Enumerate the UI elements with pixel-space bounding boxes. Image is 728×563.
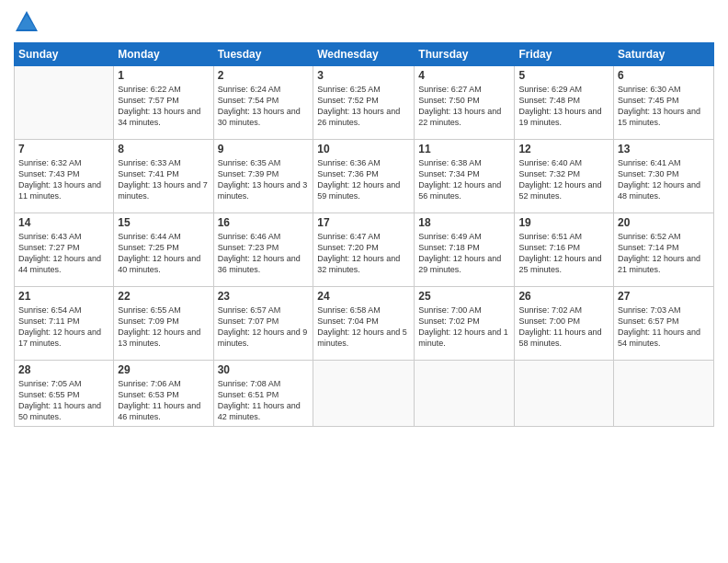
day-info: Sunrise: 7:08 AMSunset: 6:51 PMDaylight:… — [218, 378, 310, 423]
weekday-header: Monday — [114, 43, 213, 66]
calendar-week-row: 7Sunrise: 6:32 AMSunset: 7:43 PMDaylight… — [15, 140, 714, 213]
calendar-cell: 1Sunrise: 6:22 AMSunset: 7:57 PMDaylight… — [114, 66, 213, 140]
calendar-week-row: 1Sunrise: 6:22 AMSunset: 7:57 PMDaylight… — [15, 66, 714, 140]
day-number: 19 — [518, 216, 609, 229]
calendar-cell: 9Sunrise: 6:35 AMSunset: 7:39 PMDaylight… — [213, 140, 313, 213]
day-info: Sunrise: 6:33 AMSunset: 7:41 PMDaylight:… — [118, 157, 209, 202]
calendar-cell: 4Sunrise: 6:27 AMSunset: 7:50 PMDaylight… — [415, 66, 515, 140]
calendar-cell: 23Sunrise: 6:57 AMSunset: 7:07 PMDayligh… — [213, 287, 313, 361]
day-number: 16 — [218, 216, 310, 229]
calendar-cell: 14Sunrise: 6:43 AMSunset: 7:27 PMDayligh… — [15, 213, 114, 287]
weekday-header: Thursday — [415, 43, 515, 66]
day-number: 12 — [518, 143, 609, 155]
day-number: 23 — [218, 290, 310, 303]
day-info: Sunrise: 7:05 AMSunset: 6:55 PMDaylight:… — [18, 378, 109, 423]
calendar-cell: 20Sunrise: 6:52 AMSunset: 7:14 PMDayligh… — [614, 213, 714, 287]
day-number: 14 — [18, 216, 109, 229]
day-number: 4 — [418, 69, 510, 82]
day-number: 13 — [618, 143, 710, 155]
day-number: 9 — [218, 143, 310, 155]
day-number: 25 — [418, 290, 510, 303]
day-number: 8 — [118, 143, 209, 155]
weekday-header: Friday — [515, 43, 614, 66]
calendar-cell: 25Sunrise: 7:00 AMSunset: 7:02 PMDayligh… — [415, 287, 515, 361]
day-number: 20 — [618, 216, 710, 229]
calendar-week-row: 21Sunrise: 6:54 AMSunset: 7:11 PMDayligh… — [15, 287, 714, 361]
day-number: 6 — [618, 69, 710, 82]
calendar-cell — [15, 66, 114, 140]
calendar-cell: 17Sunrise: 6:47 AMSunset: 7:20 PMDayligh… — [313, 213, 415, 287]
calendar-cell: 27Sunrise: 7:03 AMSunset: 6:57 PMDayligh… — [614, 287, 714, 361]
calendar-cell: 19Sunrise: 6:51 AMSunset: 7:16 PMDayligh… — [515, 213, 614, 287]
calendar-cell: 10Sunrise: 6:36 AMSunset: 7:36 PMDayligh… — [313, 140, 415, 213]
day-info: Sunrise: 6:43 AMSunset: 7:27 PMDaylight:… — [18, 231, 109, 276]
weekday-header: Saturday — [614, 43, 714, 66]
calendar-cell: 24Sunrise: 6:58 AMSunset: 7:04 PMDayligh… — [313, 287, 415, 361]
day-info: Sunrise: 6:46 AMSunset: 7:23 PMDaylight:… — [218, 231, 310, 276]
day-info: Sunrise: 6:41 AMSunset: 7:30 PMDaylight:… — [618, 157, 710, 202]
calendar-cell: 8Sunrise: 6:33 AMSunset: 7:41 PMDaylight… — [114, 140, 213, 213]
calendar-cell: 28Sunrise: 7:05 AMSunset: 6:55 PMDayligh… — [15, 361, 114, 427]
calendar-cell: 30Sunrise: 7:08 AMSunset: 6:51 PMDayligh… — [213, 361, 313, 427]
day-info: Sunrise: 6:22 AMSunset: 7:57 PMDaylight:… — [118, 84, 209, 129]
day-info: Sunrise: 6:36 AMSunset: 7:36 PMDaylight:… — [317, 157, 410, 202]
calendar-cell: 22Sunrise: 6:55 AMSunset: 7:09 PMDayligh… — [114, 287, 213, 361]
day-info: Sunrise: 6:29 AMSunset: 7:48 PMDaylight:… — [518, 84, 609, 129]
day-info: Sunrise: 6:30 AMSunset: 7:45 PMDaylight:… — [618, 84, 710, 129]
calendar-cell: 18Sunrise: 6:49 AMSunset: 7:18 PMDayligh… — [415, 213, 515, 287]
day-number: 10 — [317, 143, 410, 155]
day-info: Sunrise: 6:40 AMSunset: 7:32 PMDaylight:… — [518, 157, 609, 202]
day-number: 7 — [18, 143, 109, 155]
calendar-cell — [313, 361, 415, 427]
calendar-cell: 21Sunrise: 6:54 AMSunset: 7:11 PMDayligh… — [15, 287, 114, 361]
day-number: 18 — [418, 216, 510, 229]
calendar-cell: 12Sunrise: 6:40 AMSunset: 7:32 PMDayligh… — [515, 140, 614, 213]
day-number: 21 — [18, 290, 109, 303]
day-number: 11 — [418, 143, 510, 155]
calendar-cell — [515, 361, 614, 427]
calendar-cell: 15Sunrise: 6:44 AMSunset: 7:25 PMDayligh… — [114, 213, 213, 287]
day-number: 2 — [218, 69, 310, 82]
calendar-table: SundayMondayTuesdayWednesdayThursdayFrid… — [14, 42, 714, 427]
day-info: Sunrise: 7:00 AMSunset: 7:02 PMDaylight:… — [418, 304, 510, 350]
calendar-header-row: SundayMondayTuesdayWednesdayThursdayFrid… — [15, 43, 714, 66]
day-info: Sunrise: 6:44 AMSunset: 7:25 PMDaylight:… — [118, 231, 209, 276]
day-number: 27 — [618, 290, 710, 303]
day-info: Sunrise: 6:55 AMSunset: 7:09 PMDaylight:… — [118, 304, 209, 350]
day-info: Sunrise: 6:27 AMSunset: 7:50 PMDaylight:… — [418, 84, 510, 129]
page: SundayMondayTuesdayWednesdayThursdayFrid… — [0, 0, 728, 563]
day-number: 3 — [317, 69, 410, 82]
day-info: Sunrise: 7:06 AMSunset: 6:53 PMDaylight:… — [118, 378, 209, 423]
day-number: 30 — [218, 363, 310, 376]
day-number: 15 — [118, 216, 209, 229]
calendar-cell: 11Sunrise: 6:38 AMSunset: 7:34 PMDayligh… — [415, 140, 515, 213]
day-info: Sunrise: 6:49 AMSunset: 7:18 PMDaylight:… — [418, 231, 510, 276]
day-info: Sunrise: 7:02 AMSunset: 7:00 PMDaylight:… — [518, 304, 609, 350]
weekday-header: Sunday — [15, 43, 114, 66]
day-info: Sunrise: 6:47 AMSunset: 7:20 PMDaylight:… — [317, 231, 410, 276]
calendar-week-row: 28Sunrise: 7:05 AMSunset: 6:55 PMDayligh… — [15, 361, 714, 427]
day-info: Sunrise: 6:58 AMSunset: 7:04 PMDaylight:… — [317, 304, 410, 350]
calendar-cell: 13Sunrise: 6:41 AMSunset: 7:30 PMDayligh… — [614, 140, 714, 213]
calendar-cell: 5Sunrise: 6:29 AMSunset: 7:48 PMDaylight… — [515, 66, 614, 140]
calendar-cell — [415, 361, 515, 427]
day-info: Sunrise: 6:54 AMSunset: 7:11 PMDaylight:… — [18, 304, 109, 350]
logo-icon — [14, 9, 40, 35]
day-info: Sunrise: 6:32 AMSunset: 7:43 PMDaylight:… — [18, 157, 109, 202]
day-info: Sunrise: 6:57 AMSunset: 7:07 PMDaylight:… — [218, 304, 310, 350]
day-number: 22 — [118, 290, 209, 303]
day-number: 24 — [317, 290, 410, 303]
day-info: Sunrise: 6:51 AMSunset: 7:16 PMDaylight:… — [518, 231, 609, 276]
logo — [14, 9, 43, 35]
day-info: Sunrise: 6:52 AMSunset: 7:14 PMDaylight:… — [618, 231, 710, 276]
day-number: 29 — [118, 363, 209, 376]
svg-marker-1 — [17, 15, 36, 29]
calendar-cell: 6Sunrise: 6:30 AMSunset: 7:45 PMDaylight… — [614, 66, 714, 140]
calendar-cell: 2Sunrise: 6:24 AMSunset: 7:54 PMDaylight… — [213, 66, 313, 140]
day-number: 28 — [18, 363, 109, 376]
calendar-cell — [614, 361, 714, 427]
calendar-cell: 16Sunrise: 6:46 AMSunset: 7:23 PMDayligh… — [213, 213, 313, 287]
weekday-header: Tuesday — [213, 43, 313, 66]
day-info: Sunrise: 6:38 AMSunset: 7:34 PMDaylight:… — [418, 157, 510, 202]
day-info: Sunrise: 7:03 AMSunset: 6:57 PMDaylight:… — [618, 304, 710, 350]
